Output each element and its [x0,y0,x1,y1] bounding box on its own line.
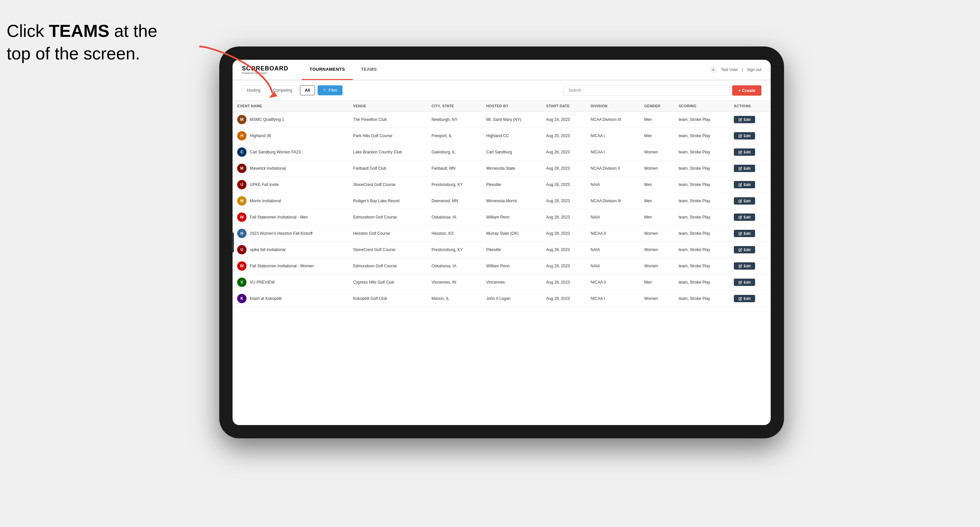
cell-hosted-by: Minnesota-Morris [482,193,541,209]
edit-icon [738,199,742,203]
cell-start-date: Aug 28, 2023 [541,160,586,177]
tab-tournaments[interactable]: TOURNAMENTS [302,60,353,80]
edit-button[interactable]: Edit [734,295,756,302]
table-row: U upike fall invitational StoneCrest Gol… [232,242,771,258]
cell-division: NICAA II [586,274,640,290]
cell-venue: StoneCrest Golf Course [348,177,427,193]
event-name-text: UPKE Fall Invite [250,182,279,187]
cell-start-date: Aug 28, 2023 [541,242,586,258]
edit-button[interactable]: Edit [734,262,756,270]
advanced-filter-btn[interactable]: Filter [318,85,342,95]
filter-icon [323,88,326,92]
team-logo: M [237,196,247,206]
table-row: H Highland 36 Park Hills Golf Course Fre… [232,128,771,144]
signout-link[interactable]: Sign out [747,67,761,72]
cell-event-name: U upike fall invitational [232,242,348,258]
tablet-screen: SCOREBOARD Powered by Clippit TOURNAMENT… [232,60,771,425]
main-nav: TOURNAMENTS TEAMS [302,60,710,80]
cell-start-date: Aug 28, 2023 [541,225,586,242]
cell-venue: Park Hills Golf Course [348,128,427,144]
edit-button[interactable]: Edit [734,214,756,221]
edit-button[interactable]: Edit [734,148,756,156]
cell-actions: Edit [729,193,771,209]
cell-event-name: H 2023 Women's Hesston Fall Kickoff [232,225,348,242]
event-name-text: Highland 36 [250,133,271,138]
cell-hosted-by: William Penn [482,258,541,274]
cell-venue: Hesston Golf Course [348,225,427,242]
cell-city-state: Oskaloosa, IA [427,258,482,274]
team-logo: U [237,180,247,189]
svg-marker-0 [269,91,277,98]
cell-start-date: Aug 28, 2023 [541,290,586,307]
tab-teams[interactable]: TEAMS [353,60,385,80]
cell-start-date: Aug 24, 2023 [541,111,586,128]
table-row: W Fall Statesmen Invitational - Women Ed… [232,258,771,274]
edit-icon [738,167,742,170]
cell-event-name: W Fall Statesmen Invitational - Men [232,209,348,225]
cell-event-name: U UPKE Fall Invite [232,177,348,193]
header-right: Test User | Sign out [710,66,761,73]
edit-button[interactable]: Edit [734,279,756,286]
cell-hosted-by: Mt. Saint Mary (NY) [482,111,541,128]
app-header: SCOREBOARD Powered by Clippit TOURNAMENT… [232,60,771,80]
edit-button[interactable]: Edit [734,181,756,188]
cell-city-state: Vincennes, IN [427,274,482,290]
edit-icon [738,151,742,154]
cell-city-state: Oskaloosa, IA [427,209,482,225]
tablet-side-button [232,232,234,252]
edit-button[interactable]: Edit [734,132,756,140]
edit-button[interactable]: Edit [734,197,756,205]
cell-division: NICAA II [586,225,640,242]
table-row: M MSMC Qualifying 1 The Powelton Club Ne… [232,111,771,128]
cell-actions: Edit [729,274,771,290]
cell-venue: Edmundson Golf Course [348,209,427,225]
col-hosted-by: HOSTED BY [482,101,541,111]
cell-scoring: team, Stroke Play [674,177,729,193]
cell-scoring: team, Stroke Play [674,242,729,258]
cell-event-name: M Morris Invitational [232,193,348,209]
edit-icon [738,297,742,300]
edit-icon [738,248,742,252]
table-row: K Klash at Kokopelli Kokopelli Golf Club… [232,290,771,307]
tournaments-table-container: EVENT NAME VENUE CITY, STATE HOSTED BY S… [232,101,771,425]
edit-icon [738,134,742,138]
cell-venue: Ruttger's Bay Lake Resort [348,193,427,209]
cell-gender: Men [640,209,674,225]
edit-button[interactable]: Edit [734,165,756,172]
cell-scoring: team, Stroke Play [674,209,729,225]
cell-hosted-by: William Penn [482,209,541,225]
create-button[interactable]: + Create [732,85,761,96]
cell-event-name: M Maverick Invitational [232,160,348,177]
table-body: M MSMC Qualifying 1 The Powelton Club Ne… [232,111,771,307]
edit-icon [738,118,742,122]
cell-city-state: Galesburg, IL [427,144,482,160]
team-logo: H [237,229,247,238]
cell-scoring: team, Stroke Play [674,111,729,128]
all-filter-btn[interactable]: All [300,85,315,95]
cell-hosted-by: John A Logan [482,290,541,307]
cell-division: NICAA I [586,128,640,144]
edit-button[interactable]: Edit [734,230,756,237]
cell-actions: Edit [729,225,771,242]
cell-gender: Women [640,160,674,177]
col-actions: ACTIONS [729,101,771,111]
search-input[interactable] [563,85,730,96]
event-name-text: Klash at Kokopelli [250,296,282,301]
cell-venue: Faribault Golf Club [348,160,427,177]
cell-venue: StoneCrest Golf Course [348,242,427,258]
cell-event-name: V VU PREVIEW [232,274,348,290]
table-header: EVENT NAME VENUE CITY, STATE HOSTED BY S… [232,101,771,111]
header-separator: | [742,67,743,72]
cell-actions: Edit [729,144,771,160]
cell-city-state: Marion, IL [427,290,482,307]
col-start-date: START DATE [541,101,586,111]
edit-button[interactable]: Edit [734,116,756,123]
edit-button[interactable]: Edit [734,246,756,253]
col-gender: GENDER [640,101,674,111]
cell-city-state: Deerwood, MN [427,193,482,209]
event-name-text: VU PREVIEW [250,280,275,284]
cell-start-date: Aug 28, 2023 [541,193,586,209]
cell-hosted-by: Pikeville [482,177,541,193]
cell-start-date: Aug 28, 2023 [541,177,586,193]
settings-icon[interactable] [710,66,717,73]
